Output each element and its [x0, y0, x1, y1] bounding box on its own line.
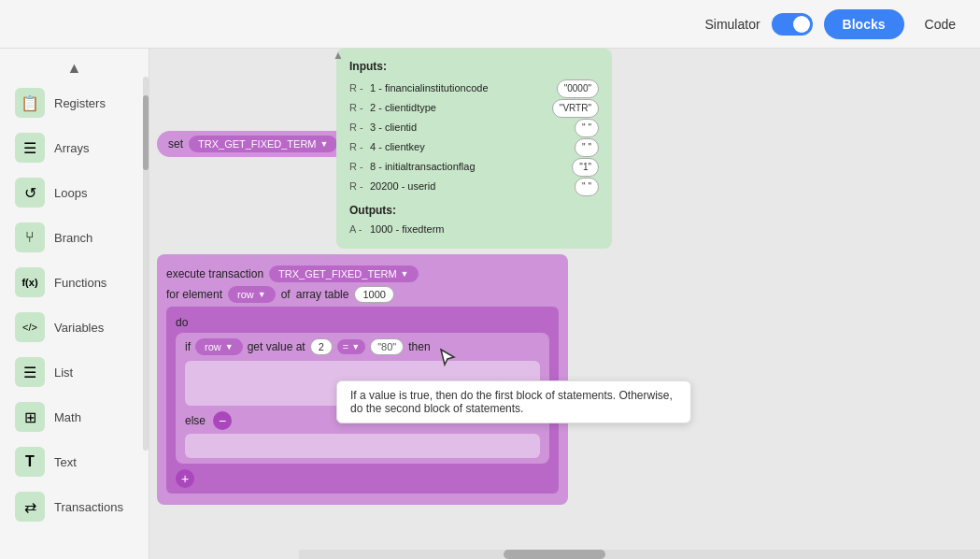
- sidebar-scroll-up[interactable]: ▲: [0, 56, 149, 80]
- if-row-pill[interactable]: row ▼: [195, 338, 243, 355]
- header: Simulator Blocks Code: [0, 0, 980, 49]
- sidebar-label-variables: Variables: [54, 321, 104, 335]
- equals-label: =: [343, 341, 348, 352]
- for-row: for element row ▼ of array table 1000: [166, 286, 559, 303]
- info-card: Inputs: R - 1 - financialinstitutioncode…: [336, 49, 612, 249]
- main-area: ▲ 📋 Registers ☰ Arrays ↺ Loops ⑂ Branch …: [0, 49, 980, 559]
- sidebar-item-text[interactable]: T Text: [0, 439, 149, 484]
- set-block: set TRX_GET_FIXED_TERM ▼ to: [157, 131, 363, 157]
- plus-button[interactable]: +: [176, 469, 194, 488]
- execute-trx-chevron: ▼: [401, 269, 409, 279]
- execute-row: execute transaction TRX_GET_FIXED_TERM ▼: [166, 265, 559, 282]
- set-label: set: [168, 137, 183, 150]
- array-val-text: 1000: [362, 289, 385, 300]
- horizontal-scrollbar[interactable]: [299, 550, 980, 559]
- row-pill[interactable]: row ▼: [228, 286, 276, 303]
- info-row-5: R - 20200 - userid " ": [349, 178, 599, 196]
- main-purple-block: execute transaction TRX_GET_FIXED_TERM ▼…: [157, 254, 568, 505]
- set-var-text: TRX_GET_FIXED_TERM: [198, 138, 317, 150]
- transactions-icon: ⇄: [15, 492, 45, 522]
- sidebar-item-transactions[interactable]: ⇄ Transactions: [0, 484, 149, 529]
- tooltip-text: If a value is true, then do the first bl…: [350, 389, 673, 415]
- sidebar: ▲ 📋 Registers ☰ Arrays ↺ Loops ⑂ Branch …: [0, 49, 149, 559]
- info-row-4: R - 8 - initialtransactionflag "1": [349, 158, 599, 177]
- sidebar-label-functions: Functions: [54, 276, 107, 290]
- sidebar-label-arrays: Arrays: [54, 141, 90, 155]
- sidebar-item-arrays[interactable]: ☰ Arrays: [0, 125, 149, 170]
- info-row-0: R - 1 - financialinstitutioncode "0000": [349, 79, 599, 98]
- array-val-pill[interactable]: 1000: [354, 286, 393, 303]
- loops-icon: ↺: [15, 178, 45, 208]
- sidebar-item-variables[interactable]: </> Variables: [0, 305, 149, 350]
- outputs-title: Outputs:: [349, 202, 599, 220]
- sidebar-label-registers: Registers: [54, 96, 106, 110]
- compare-val-pill[interactable]: "80": [370, 338, 404, 355]
- sidebar-label-transactions: Transactions: [54, 500, 123, 514]
- sidebar-item-loops[interactable]: ↺ Loops: [0, 170, 149, 215]
- else-label: else: [185, 414, 206, 427]
- execute-trx-text: TRX_GET_FIXED_TERM: [278, 268, 397, 280]
- arrays-icon: ☰: [15, 133, 45, 163]
- else-bar: [192, 437, 447, 454]
- equals-pill[interactable]: = ▼: [337, 339, 365, 354]
- functions-icon: f(x): [15, 267, 45, 297]
- info-row-2: R - 3 - clientid " ": [349, 119, 599, 137]
- for-label: for element: [166, 288, 222, 301]
- plus-row: +: [176, 469, 549, 488]
- sidebar-label-branch: Branch: [54, 231, 92, 245]
- sidebar-item-registers[interactable]: 📋 Registers: [0, 80, 149, 125]
- info-row-3: R - 4 - clientkey " ": [349, 138, 599, 157]
- code-button[interactable]: Code: [916, 9, 965, 39]
- then-label: then: [408, 340, 430, 353]
- array-label: array table: [296, 288, 349, 301]
- then-bar-1: [192, 365, 499, 381]
- set-var-chevron: ▼: [320, 139, 329, 149]
- execute-label: execute transaction: [166, 267, 263, 280]
- branch-icon: ⑂: [15, 222, 45, 252]
- sidebar-item-list[interactable]: ☰ List: [0, 350, 149, 394]
- text-icon: T: [15, 447, 45, 477]
- sidebar-label-loops: Loops: [54, 186, 87, 200]
- simulator-label: Simulator: [704, 17, 760, 32]
- info-row-1: R - 2 - clientidtype "VRTR": [349, 99, 599, 118]
- do-row: do: [176, 316, 549, 329]
- math-icon: ⊞: [15, 402, 45, 432]
- of-label: of: [281, 288, 291, 301]
- blocks-button[interactable]: Blocks: [824, 9, 904, 39]
- sidebar-item-functions[interactable]: f(x) Functions: [0, 260, 149, 305]
- execute-trx-pill[interactable]: TRX_GET_FIXED_TERM ▼: [269, 265, 418, 282]
- tooltip-box: If a value is true, then do the first bl…: [336, 380, 691, 423]
- compare-val-text: "80": [377, 341, 396, 352]
- if-label: if: [185, 340, 191, 353]
- equals-chevron: ▼: [351, 342, 360, 351]
- list-icon: ☰: [15, 357, 45, 387]
- else-block: [185, 434, 540, 458]
- get-value-label: get value at: [248, 340, 305, 353]
- sidebar-item-branch[interactable]: ⑂ Branch: [0, 215, 149, 260]
- row-text: row: [237, 289, 254, 300]
- row-chevron: ▼: [258, 290, 266, 299]
- simulator-toggle[interactable]: [772, 13, 813, 36]
- if-condition-row: if row ▼ get value at 2 = ▼: [185, 338, 540, 355]
- do-label: do: [176, 316, 188, 329]
- sidebar-item-math[interactable]: ⊞ Math: [0, 394, 149, 439]
- set-var-pill[interactable]: TRX_GET_FIXED_TERM ▼: [189, 136, 337, 152]
- horizontal-scrollbar-thumb: [504, 550, 605, 559]
- index-val-text: 2: [319, 341, 324, 352]
- sidebar-scrollbar[interactable]: [143, 77, 149, 451]
- index-val-pill[interactable]: 2: [310, 338, 333, 355]
- registers-icon: 📋: [15, 88, 45, 118]
- inputs-title: Inputs:: [349, 58, 599, 76]
- variables-icon: </>: [15, 312, 45, 342]
- sidebar-label-list: List: [54, 366, 73, 380]
- canvas: ▲ set TRX_GET_FIXED_TERM ▼ to Inputs: R …: [149, 49, 980, 559]
- sidebar-label-math: Math: [54, 410, 81, 424]
- output-row-0: A - 1000 - fixedterm: [349, 222, 599, 238]
- if-row-chevron: ▼: [225, 342, 234, 351]
- if-row-text: row: [205, 341, 221, 352]
- sidebar-label-text: Text: [54, 455, 77, 469]
- minus-button[interactable]: −: [213, 411, 232, 430]
- sidebar-scrollbar-thumb: [143, 95, 149, 170]
- canvas-scroll-up[interactable]: ▲: [329, 49, 348, 62]
